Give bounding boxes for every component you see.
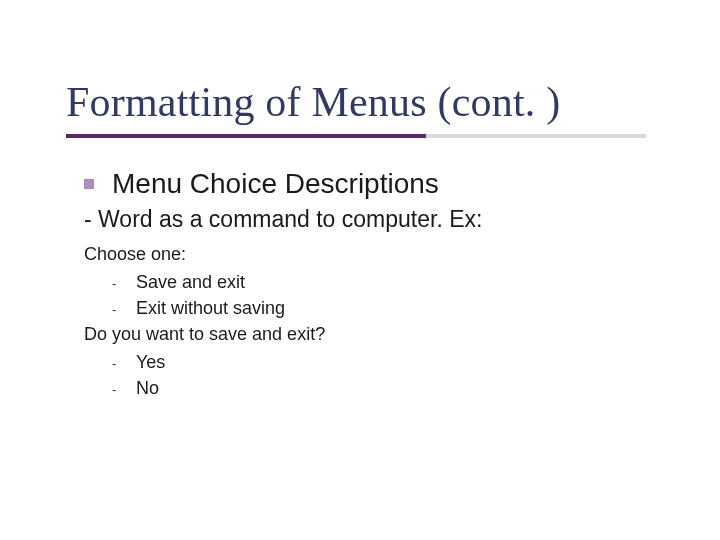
dash-icon: -: [112, 355, 118, 374]
example1-prompt: Choose one:: [84, 241, 644, 267]
example2-prompt: Do you want to save and exit?: [84, 321, 644, 347]
example1-option: - Exit without saving: [112, 295, 644, 321]
option-text: Yes: [136, 349, 165, 375]
section-heading: Menu Choice Descriptions: [112, 168, 439, 200]
example-block: Choose one: - Save and exit - Exit witho…: [84, 241, 644, 402]
dash-icon: -: [112, 301, 118, 320]
square-bullet-icon: [84, 179, 94, 189]
title-block: Formatting of Menus (cont. ): [66, 78, 646, 138]
dash-icon: -: [112, 381, 118, 400]
slide-body: Menu Choice Descriptions - Word as a com…: [84, 168, 644, 402]
title-underline: [66, 134, 646, 138]
slide-title: Formatting of Menus (cont. ): [66, 78, 646, 126]
option-text: Save and exit: [136, 269, 245, 295]
example2-option: - Yes: [112, 349, 644, 375]
dash-icon: -: [112, 275, 118, 294]
slide: Formatting of Menus (cont. ) Menu Choice…: [0, 0, 720, 540]
bullet-level1: Menu Choice Descriptions: [84, 168, 644, 200]
option-text: Exit without saving: [136, 295, 285, 321]
example1-option: - Save and exit: [112, 269, 644, 295]
section-subheading: - Word as a command to computer. Ex:: [84, 206, 644, 233]
option-text: No: [136, 375, 159, 401]
example2-option: - No: [112, 375, 644, 401]
